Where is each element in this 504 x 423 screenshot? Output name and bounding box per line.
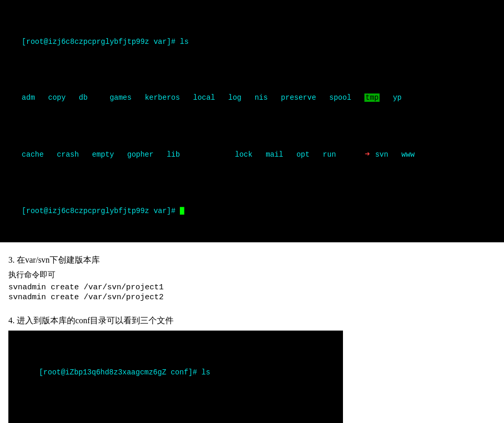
terminal-block-1: [root@izj6c8czpcprglybfjtp99z var]# ls a… [0, 0, 504, 242]
ls-kerberos: kerberos [145, 93, 193, 102]
ls-games: games [110, 93, 145, 102]
ls-lib: lib [167, 150, 193, 159]
ls-crash: crash [57, 150, 92, 159]
section-3-block: 3. 在var/svn下创建版本库 执行命令即可 svnadmin create… [0, 242, 504, 302]
section-3-cmd2: svnadmin create /var/svn/project2 [8, 293, 496, 302]
terminal-line-3: cache crash empty gopher lib lock mail o… [4, 137, 500, 172]
ls-opt: opt [296, 150, 323, 159]
ls-gopher: gopher [127, 150, 167, 159]
section-3-cmd1: svnadmin create /var/svn/project1 [8, 283, 496, 292]
section-4-block: 4. 进入到版本库的conf目录可以看到三个文件 [0, 303, 504, 326]
ls-spool: spool [329, 93, 364, 102]
terminal-line-2: adm copy db games kerberos local log nis… [4, 81, 500, 115]
ls-log: log [228, 93, 255, 102]
terminal-line-4: [root@izj6c8czpcprglybfjtp99z var]# █ [4, 194, 500, 228]
terminal-2-wrapper: [root@iZbp13q6hd8z3xaagcmz6gZ conf]# ls … [0, 331, 504, 423]
section-4-heading: 4. 进入到版本库的conf目录可以看到三个文件 [8, 315, 496, 326]
ls-run: run [323, 150, 349, 159]
terminal-block-2: [root@iZbp13q6hd8z3xaagcmz6gZ conf]# ls … [8, 331, 343, 423]
ls-mail: mail [266, 150, 296, 159]
ls-preserve: preserve [281, 93, 329, 102]
section-3-heading: 3. 在var/svn下创建版本库 [8, 255, 496, 266]
ls-yp: yp [380, 93, 402, 102]
section-3-sub: 执行命令即可 [8, 270, 496, 280]
ls-local: local [193, 93, 228, 102]
terminal2-prompt1: [root@iZbp13q6hd8z3xaagcmz6gZ conf]# ls [39, 368, 210, 377]
terminal2-line2: authz passwd svnserve.conf [13, 412, 339, 423]
terminal-line-1: [root@izj6c8czpcprglybfjtp99z var]# ls [4, 25, 500, 59]
ls-adm: adm [22, 93, 48, 102]
ls-tmp: tmp [364, 93, 380, 102]
ls-copy: copy [48, 93, 79, 102]
ls-cache: cache [22, 150, 57, 159]
ls-db: db [79, 93, 110, 102]
terminal2-line1: [root@iZbp13q6hd8z3xaagcmz6gZ conf]# ls [13, 356, 339, 390]
ls-lock: lock [235, 150, 266, 159]
prompt-2: [root@izj6c8czpcprglybfjtp99z var]# [22, 207, 180, 215]
ls-nis: nis [255, 93, 281, 102]
ls-svn: svn [375, 150, 401, 159]
cursor-1: █ [180, 207, 184, 215]
ls-www: www [402, 150, 415, 159]
ls-empty: empty [92, 150, 127, 159]
prompt-1: [root@izj6c8czpcprglybfjtp99z var]# ls [22, 38, 189, 46]
